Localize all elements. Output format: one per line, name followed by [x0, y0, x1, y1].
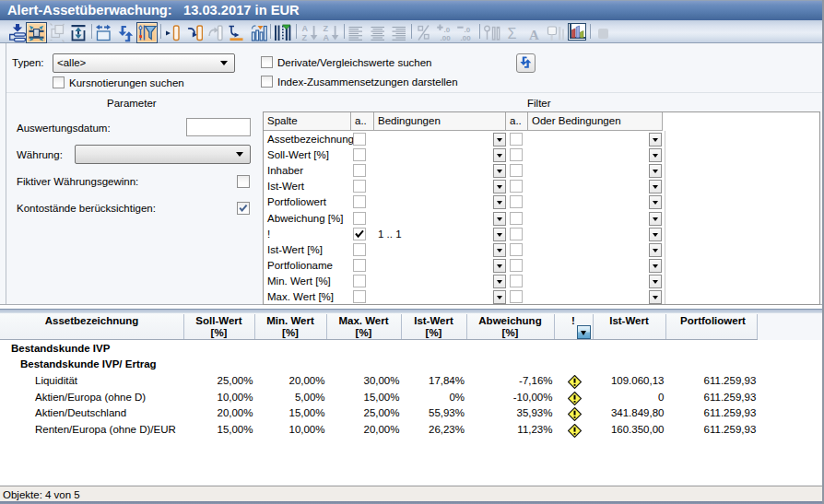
svg-text:A: A: [529, 28, 539, 42]
svg-text:.00: .00: [461, 34, 472, 42]
svg-text:Σ: Σ: [508, 26, 517, 41]
svg-text:A: A: [302, 24, 309, 33]
svg-text:.0: .0: [444, 26, 451, 34]
svg-text:A: A: [324, 33, 330, 42]
svg-text:.00: .00: [441, 34, 452, 42]
svg-text:Z: Z: [302, 33, 308, 42]
svg-text:.0: .0: [465, 26, 471, 34]
svg-text:Z: Z: [324, 24, 329, 33]
